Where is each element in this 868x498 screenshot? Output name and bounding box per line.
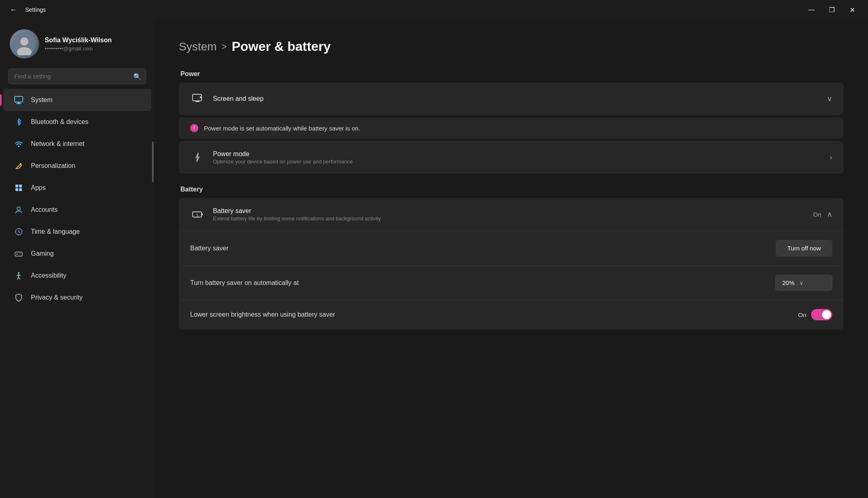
- close-button[interactable]: ✕: [843, 3, 861, 16]
- network-icon: [13, 138, 24, 150]
- apps-icon: [13, 182, 24, 194]
- screen-sleep-icon: [190, 91, 205, 106]
- accounts-icon: [13, 204, 24, 215]
- power-warning: ! Power mode is set automatically while …: [179, 117, 844, 139]
- battery-saver-row-label: Battery saver: [190, 245, 776, 252]
- sidebar-label-apps: Apps: [31, 184, 46, 191]
- minimize-button[interactable]: —: [802, 3, 821, 16]
- svg-point-17: [18, 272, 20, 274]
- sidebar-item-personalization[interactable]: Personalization: [3, 155, 151, 177]
- battery-saver-sublabel: Extend battery life by limiting some not…: [213, 215, 805, 222]
- toggle-thumb: [822, 310, 831, 319]
- sidebar-item-privacy[interactable]: Privacy & security: [3, 287, 151, 309]
- battery-saver-text: Battery saver Extend battery life by lim…: [213, 207, 805, 222]
- breadcrumb-current: Power & battery: [232, 39, 331, 54]
- user-email: ••••••••••@gmail.com: [45, 46, 112, 52]
- svg-point-1: [20, 37, 28, 46]
- svg-rect-3: [15, 96, 23, 102]
- breadcrumb: System > Power & battery: [179, 39, 844, 54]
- svg-rect-9: [19, 185, 22, 187]
- auto-turn-on-value: 20%: [782, 279, 794, 286]
- auto-turn-on-dropdown[interactable]: 20% ∨: [775, 275, 832, 291]
- accessibility-icon: [13, 270, 24, 281]
- brightness-toggle[interactable]: [811, 309, 832, 320]
- svg-point-12: [17, 207, 20, 210]
- search-icon: 🔍: [133, 72, 141, 80]
- svg-point-7: [20, 163, 22, 165]
- sidebar-item-bluetooth[interactable]: Bluetooth & devices: [3, 111, 151, 133]
- sidebar-wrapper: Sofia Wyciślik-Wilson ••••••••••@gmail.c…: [0, 20, 154, 498]
- personalization-icon: [13, 160, 24, 172]
- sidebar-label-system: System: [31, 96, 52, 104]
- turn-off-button[interactable]: Turn off now: [776, 240, 832, 257]
- screen-sleep-text: Screen and sleep: [213, 95, 819, 102]
- sidebar-label-bluetooth: Bluetooth & devices: [31, 118, 88, 126]
- chevron-down-icon: ∨: [827, 94, 832, 103]
- svg-point-15: [20, 253, 20, 254]
- sidebar-label-gaming: Gaming: [31, 250, 54, 257]
- breadcrumb-separator: >: [221, 41, 227, 52]
- power-mode-row[interactable]: Power mode Optimize your device based on…: [179, 141, 844, 174]
- avatar-image: [10, 29, 39, 59]
- svg-rect-4: [17, 102, 20, 103]
- window-controls: — ❐ ✕: [802, 3, 861, 16]
- title-bar-title: Settings: [25, 7, 46, 13]
- user-profile[interactable]: Sofia Wyciślik-Wilson ••••••••••@gmail.c…: [0, 23, 154, 67]
- user-name: Sofia Wyciślik-Wilson: [45, 37, 112, 44]
- dropdown-chevron-icon: ∨: [799, 280, 803, 286]
- gaming-icon: [13, 248, 24, 259]
- battery-saver-header-row[interactable]: Battery saver Extend battery life by lim…: [179, 198, 844, 231]
- sidebar: Sofia Wyciślik-Wilson ••••••••••@gmail.c…: [0, 20, 154, 309]
- sidebar-label-accounts: Accounts: [31, 206, 58, 213]
- sidebar-item-time[interactable]: Time & language: [3, 221, 151, 243]
- svg-point-16: [20, 254, 21, 255]
- power-mode-text: Power mode Optimize your device based on…: [213, 150, 822, 165]
- power-mode-sublabel: Optimize your device based on power use …: [213, 159, 822, 165]
- svg-rect-8: [15, 185, 18, 187]
- avatar: [10, 29, 39, 59]
- search-input[interactable]: [8, 68, 146, 84]
- maximize-button[interactable]: ❐: [822, 3, 841, 16]
- svg-rect-11: [19, 188, 22, 191]
- main-content: System > Power & battery Power Screen an…: [154, 20, 868, 498]
- system-icon: [13, 94, 24, 106]
- brightness-label: Lower screen brightness when using batte…: [190, 311, 798, 318]
- back-button[interactable]: ←: [7, 4, 20, 16]
- privacy-icon: [13, 292, 24, 303]
- breadcrumb-parent[interactable]: System: [179, 40, 217, 53]
- nav-list: System Bluetooth & devices Network & int…: [0, 89, 154, 309]
- auto-turn-on-row: Turn battery saver on automatically at 2…: [179, 266, 844, 300]
- power-section-title: Power: [179, 70, 844, 78]
- sidebar-item-accessibility[interactable]: Accessibility: [3, 265, 151, 287]
- title-bar-left: ← Settings: [7, 4, 46, 16]
- warning-text: Power mode is set automatically while ba…: [204, 125, 360, 132]
- user-info: Sofia Wyciślik-Wilson ••••••••••@gmail.c…: [45, 37, 112, 52]
- chevron-right-icon: ›: [830, 153, 832, 162]
- app-body: Sofia Wyciślik-Wilson ••••••••••@gmail.c…: [0, 20, 868, 498]
- screen-sleep-label: Screen and sleep: [213, 95, 819, 102]
- screen-sleep-action: ∨: [827, 94, 832, 103]
- sidebar-item-network[interactable]: Network & internet: [3, 133, 151, 155]
- brightness-status: On: [798, 311, 806, 318]
- power-mode-card: Power mode Optimize your device based on…: [179, 141, 844, 174]
- brightness-row: Lower screen brightness when using batte…: [179, 300, 844, 329]
- sidebar-label-network: Network & internet: [31, 140, 85, 148]
- svg-rect-20: [202, 213, 203, 215]
- battery-saver-icon: [190, 207, 205, 222]
- screen-sleep-row[interactable]: Screen and sleep ∨: [179, 83, 844, 115]
- sidebar-item-system[interactable]: System: [3, 89, 151, 111]
- sidebar-label-time: Time & language: [31, 228, 80, 235]
- battery-saver-right: On ∧: [813, 210, 832, 219]
- search-box: 🔍: [8, 68, 146, 84]
- time-icon: [13, 226, 24, 237]
- sidebar-label-privacy: Privacy & security: [31, 294, 82, 301]
- power-mode-action: ›: [830, 153, 832, 162]
- svg-rect-14: [15, 252, 22, 256]
- sidebar-item-gaming[interactable]: Gaming: [3, 243, 151, 265]
- sidebar-item-accounts[interactable]: Accounts: [3, 199, 151, 221]
- chevron-up-icon: ∧: [827, 210, 832, 219]
- sidebar-item-apps[interactable]: Apps: [3, 177, 151, 199]
- power-mode-icon: [190, 150, 205, 165]
- svg-point-6: [18, 146, 20, 147]
- battery-card: Battery saver Extend battery life by lim…: [179, 198, 844, 329]
